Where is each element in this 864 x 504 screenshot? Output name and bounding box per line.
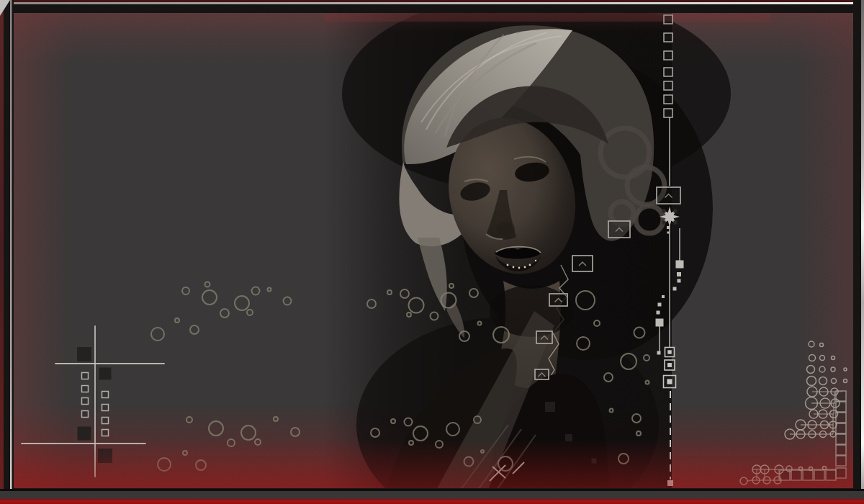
- filled-square: [667, 232, 670, 234]
- dark-square: [99, 368, 112, 380]
- frame-right-silver-edge: [861, 0, 864, 504]
- outline-square: [102, 405, 109, 411]
- image-frame-icon: [535, 369, 549, 379]
- filled-square: [673, 287, 677, 291]
- lattice-square: [791, 470, 801, 480]
- lattice-square: [826, 470, 836, 480]
- filled-square: [657, 311, 660, 315]
- star-corner-dot: [674, 210, 678, 213]
- lattice-square: [836, 434, 846, 444]
- frame-left-red-strip: [0, 0, 4, 504]
- star-corner-dot: [674, 221, 678, 225]
- lattice-square: [836, 456, 846, 466]
- filled-square: [657, 351, 661, 355]
- filled-square: [678, 279, 681, 283]
- lattice-square: [836, 445, 846, 455]
- frame-top-red-line: [0, 0, 864, 2]
- dashed-rule-end-square: [667, 480, 673, 486]
- frame-bottom-red-band: [0, 499, 864, 504]
- image-frame-icon: [572, 256, 593, 271]
- lattice-square: [836, 423, 846, 433]
- lattice-square: [836, 468, 846, 478]
- star-corner-dot: [662, 221, 666, 225]
- bullseye-square: [664, 376, 676, 388]
- filled-square: [667, 226, 670, 229]
- frame-bottom-black-line: [0, 489, 864, 491]
- bullseye-square: [665, 348, 675, 357]
- dark-square: [98, 449, 112, 463]
- column-square: [664, 95, 672, 104]
- filled-square: [656, 319, 664, 327]
- frame-bottom-gray-band: [0, 491, 864, 499]
- outline-square: [82, 411, 89, 418]
- lattice-square: [803, 470, 813, 480]
- outline-square: [102, 392, 109, 398]
- lattice-square: [814, 470, 824, 480]
- frame-top-silver-line: [0, 2, 864, 4]
- column-square: [664, 51, 672, 60]
- artwork-frame: [0, 0, 864, 504]
- image-frame-icon: [536, 331, 552, 343]
- column-square: [664, 109, 672, 117]
- dark-square: [77, 347, 91, 361]
- column-square: [664, 15, 672, 24]
- outline-square: [102, 418, 109, 424]
- outline-square: [102, 430, 109, 436]
- filled-square: [662, 295, 665, 298]
- image-frame-icon: [657, 187, 680, 204]
- filled-square: [658, 303, 662, 307]
- dark-square: [565, 434, 572, 441]
- frame-left-silver-line: [10, 0, 12, 504]
- image-frame-icon: [549, 294, 567, 306]
- star-corner-dot: [662, 210, 666, 213]
- artwork-content: [14, 0, 853, 504]
- bullseye-square: [665, 360, 675, 370]
- column-square: [664, 81, 672, 90]
- outline-square: [82, 386, 89, 392]
- column-square: [664, 33, 672, 42]
- filled-square: [676, 261, 684, 269]
- dark-square: [78, 427, 91, 441]
- dark-square: [545, 402, 555, 412]
- portrait-red-tint-top: [324, 13, 770, 22]
- dark-square: [592, 459, 597, 464]
- outline-square: [82, 373, 89, 379]
- nose-tip-shade: [496, 222, 515, 235]
- column-square: [664, 68, 672, 76]
- filled-square: [677, 272, 681, 276]
- image-frame-icon: [608, 221, 630, 238]
- outline-square: [82, 398, 89, 405]
- artwork-canvas: [0, 0, 864, 504]
- frame-top-black-band: [0, 4, 864, 13]
- frame-left-black-band: [4, 0, 14, 504]
